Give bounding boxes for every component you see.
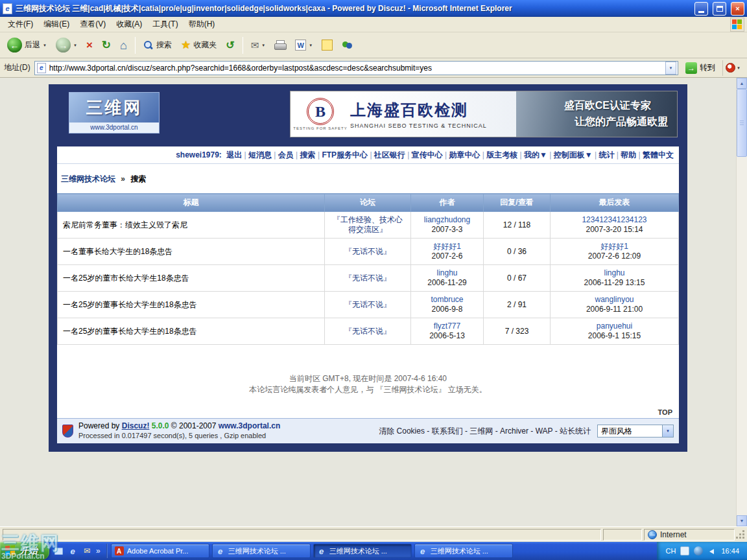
author-link[interactable]: 好好好1 [416,242,478,251]
lastpost-user-link[interactable]: 好好好1 [556,242,673,251]
nav-members[interactable]: 会员 [278,150,300,159]
discuss-button[interactable] [318,38,336,52]
task-button-forum-2-active[interactable]: e 三维网技术论坛 ... [313,544,412,558]
nav-control-panel[interactable]: 控制面板▼ [554,150,599,159]
vertical-scrollbar[interactable]: ▲ ▼ [736,78,747,526]
statusbar: Internet [0,526,747,542]
lastpost-date: 2006-9-1 15:15 [556,331,673,341]
address-dropdown-button[interactable]: ▼ [665,62,676,75]
forum-link[interactable]: 『无话不说』 [344,327,391,336]
forum-link[interactable]: 『无话不说』 [344,274,391,283]
discuz-link[interactable]: Discuz! [122,421,150,430]
print-button[interactable] [271,38,289,52]
style-select-value: 界面风格 [601,426,632,437]
site-link[interactable]: www.3dportal.cn [219,421,281,430]
nav-my-menu[interactable]: 我的▼ [524,150,554,159]
page-content: 三维网 www.3dportal.cn B TESTING FOR SAFETY… [0,78,736,526]
scroll-up-button[interactable]: ▲ [737,78,747,89]
maximize-button[interactable] [713,2,726,16]
ad-banner[interactable]: B TESTING FOR SAFETY 上海盛百欧检测 SHANGHAI SE… [290,91,678,137]
forward-button[interactable]: → ▼ [53,36,80,54]
forum-content: shewei1979: 退出 短消息 会员 搜索 FTP服务中心 社区银行 宣传… [57,146,679,443]
style-select[interactable]: 界面风格 ▼ [597,425,674,438]
author-link[interactable]: tombruce [416,295,478,305]
clear-cookies-link[interactable]: 清除 Cookies [379,426,431,436]
favorites-button[interactable]: ★ 收藏夹 [178,38,220,52]
addon-button[interactable]: ▼ [722,60,743,76]
close-button[interactable]: × [731,2,744,16]
menu-tools[interactable]: 工具(T) [147,17,183,32]
menu-file[interactable]: 文件(F) [3,17,38,32]
forum-link[interactable]: 『无话不说』 [344,300,391,309]
nav-stats[interactable]: 统计 [599,150,621,159]
nav-mod-review[interactable]: 版主考核 [486,150,524,159]
nav-help[interactable]: 帮助 [621,150,643,159]
scroll-down-button[interactable]: ▼ [737,515,747,526]
messenger-button[interactable] [338,38,356,52]
thread-title-link[interactable]: 索尼前常务董事：绩效主义毁了索尼 [63,220,187,229]
resize-grip[interactable] [737,530,746,540]
language-indicator[interactable]: CH [666,547,676,555]
scrollbar-thumb[interactable] [737,89,747,157]
refresh-button[interactable]: ↻ [99,38,114,52]
show-desktop-icon[interactable] [53,546,64,556]
site-stats-link[interactable]: 站长统计 [560,426,591,436]
nav-search[interactable]: 搜索 [300,150,322,159]
back-button[interactable]: ← 后退 ▼ [4,36,50,54]
nav-medals[interactable]: 勋章中心 [449,150,486,159]
history-icon: ↺ [226,39,234,51]
messenger-tray-icon[interactable] [694,546,703,555]
nav-traditional-chinese[interactable]: 繁體中文 [643,150,674,159]
browser-viewport: 三维网 www.3dportal.cn B TESTING FOR SAFETY… [0,78,747,526]
menu-favorites[interactable]: 收藏(A) [111,17,147,32]
nav-promo[interactable]: 宣传中心 [412,150,449,159]
task-button-forum-3[interactable]: e 三维网技术论坛 ... [414,544,513,558]
nav-messages[interactable]: 短消息 [248,150,278,159]
nav-ftp[interactable]: FTP服务中心 [322,150,374,159]
nav-logout[interactable]: 退出 [226,150,248,159]
go-button[interactable]: → 转到 [682,61,718,75]
lastpost-user-link[interactable]: panyuehui [556,321,673,331]
menu-view[interactable]: 查看(V) [75,17,111,32]
lastpost-user-link[interactable]: linghu [556,268,673,278]
lastpost-user-link[interactable]: wanglinyou [556,295,673,305]
contact-link[interactable]: 联系我们 [432,426,470,436]
minimize-button[interactable] [694,2,708,16]
task-button-forum-1[interactable]: e 三维网技术论坛 ... [212,544,311,558]
edit-word-button[interactable]: W ▼ [292,38,316,52]
address-input[interactable]: e http://www.3dportal.cn/discuz/search.p… [34,61,678,75]
start-button[interactable]: 开始 [0,542,49,560]
author-link[interactable]: linghu [416,268,478,278]
site-logo[interactable]: 三维网 www.3dportal.cn [69,92,160,134]
quicklaunch-overflow-chevron[interactable]: » [96,546,101,555]
mail-quicklaunch-icon[interactable]: ✉ [82,546,92,556]
menu-edit[interactable]: 编辑(E) [38,17,75,32]
author-link[interactable]: flyzt777 [416,321,478,331]
home-site-link[interactable]: 三维网 [469,426,500,436]
search-button[interactable]: 搜索 [140,38,175,52]
thread-title-link[interactable]: 一名25岁的董事长给大学生的18条忠告 [63,327,197,336]
scrollbar-track[interactable] [737,89,747,515]
keyboard-tray-icon[interactable] [680,546,689,555]
lastpost-user-link[interactable]: 123412341234123 [556,215,673,225]
table-row: 一名董事长给大学生的18条忠告 『无话不说』 好好好12007-2-6 0 / … [58,239,679,265]
author-link[interactable]: liangzhudong [416,215,478,225]
forum-link[interactable]: 『无话不说』 [344,247,391,256]
task-button-acrobat[interactable]: A Adobe Acrobat Pr... [111,544,209,558]
nav-bank[interactable]: 社区银行 [374,150,412,159]
wap-link[interactable]: WAP [536,426,560,436]
forum-link[interactable]: 『工作经验、技术心得交流区』 [333,215,403,234]
breadcrumb-home-link[interactable]: 三维网技术论坛 [61,174,115,183]
home-button[interactable]: ⌂ [117,38,130,53]
ie-quicklaunch-icon[interactable]: e [67,546,78,556]
menu-help[interactable]: 帮助(H) [184,17,220,32]
top-link[interactable]: TOP [658,408,672,416]
history-button[interactable]: ↺ [222,37,237,53]
thread-title-link[interactable]: 一名25岁的董事长给大学生的18条忠告 [63,300,197,309]
archiver-link[interactable]: Archiver [500,426,536,436]
mail-button[interactable]: ✉ ▼ [248,38,269,53]
volume-tray-icon[interactable] [707,546,717,555]
stop-button[interactable]: × [83,38,96,52]
thread-title-link[interactable]: 一名25岁的董市长给大学生18条忠告 [63,274,189,283]
thread-title-link[interactable]: 一名董事长给大学生的18条忠告 [63,247,172,256]
